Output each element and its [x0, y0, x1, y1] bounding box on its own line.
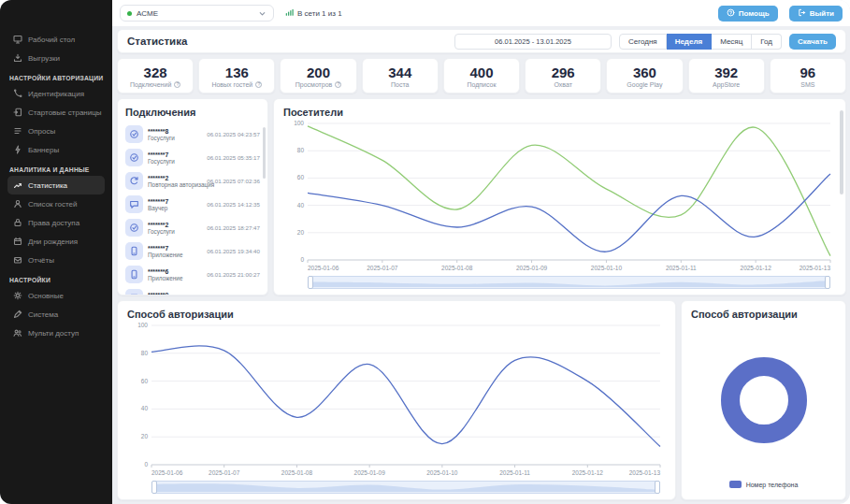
sidebar-item-icon	[13, 328, 22, 338]
sidebar-item-label: НАСТРОЙКИ АВТОРИЗАЦИИ	[9, 75, 103, 81]
stat-label: Подключений	[130, 81, 171, 88]
sidebar-item-label: НАСТРОЙКИ	[9, 277, 50, 283]
period-button[interactable]: Сегодня	[619, 34, 667, 50]
period-button[interactable]: Год	[752, 34, 782, 50]
sidebar-item-icon	[13, 255, 22, 265]
stat-cards-row: 328 Подключений? 136 Новых гостей? 200 П…	[117, 58, 846, 94]
sidebar-item[interactable]: Мульти доступ	[7, 324, 105, 342]
connection-method-icon	[125, 289, 143, 295]
help-button[interactable]: Помощь	[718, 6, 778, 22]
connection-row[interactable]: *******7 Приложение 06.01.2025 19:34:40	[125, 239, 260, 263]
sidebar-item[interactable]: Выгрузки	[7, 49, 105, 67]
stat-card: 400 Подписок	[443, 58, 520, 94]
connection-row[interactable]: *******2 Повторная авторизация 06.01.202…	[125, 169, 260, 193]
sidebar-item-icon	[13, 218, 22, 227]
svg-text:2025-01-11: 2025-01-11	[666, 265, 697, 271]
sidebar-item[interactable]: Идентификация	[7, 84, 105, 103]
sidebar-item-icon	[13, 291, 22, 300]
connection-masked-id: *******9	[148, 292, 202, 296]
sidebar-item[interactable]: Система	[7, 305, 105, 324]
download-button[interactable]: Скачать	[789, 34, 836, 50]
auth-method-donut-title: Способ авторизации	[691, 309, 798, 320]
connection-timestamp: 06.01.2025 21:00:27	[207, 271, 260, 278]
connection-masked-id: *******8	[148, 128, 202, 135]
connection-timestamp: 06.01.2025 21:39:58	[207, 295, 260, 295]
auth-method-range-slider[interactable]	[151, 481, 660, 494]
connection-method-icon	[125, 125, 143, 143]
svg-text:2025-01-07: 2025-01-07	[209, 469, 240, 476]
legend-swatch	[729, 481, 742, 488]
sidebar-item[interactable]: Стартовые страницы	[7, 103, 105, 122]
connection-row[interactable]: *******9 Баннер 06.01.2025 21:39:58	[125, 286, 260, 295]
sidebar-item[interactable]: НАСТРОЙКИ	[7, 269, 105, 286]
sidebar-item[interactable]: Дни рождения	[7, 232, 105, 251]
sidebar-item-label: Стартовые страницы	[28, 108, 102, 117]
connection-row[interactable]: *******7 Госуслуги 06.01.2025 05:35:17	[125, 146, 260, 169]
sidebar-item[interactable]: Права доступа	[7, 213, 105, 232]
sidebar-item-icon	[13, 199, 22, 209]
online-dot-icon	[127, 11, 132, 16]
sidebar-item-label: Отчёты	[28, 256, 54, 265]
stat-card: 200 Просмотров?	[280, 58, 356, 94]
sidebar-item-icon	[13, 145, 22, 154]
app-window: Рабочий стол Выгрузки НАСТРОЙКИ АВТОРИЗА…	[0, 0, 850, 504]
network-select[interactable]: ACME	[120, 5, 274, 22]
logout-button[interactable]: Выйти	[789, 6, 843, 22]
sidebar-item[interactable]: НАСТРОЙКИ АВТОРИЗАЦИИ	[7, 67, 105, 84]
sidebar-item-label: Основные	[28, 292, 64, 300]
online-status: В сети 1 из 1	[285, 8, 342, 19]
sidebar-item-label: Дни рождения	[28, 238, 78, 246]
connections-list: *******8 Госуслуги 06.01.2025 04:23:57 *…	[125, 122, 260, 295]
help-circle-icon[interactable]: ?	[255, 81, 262, 88]
date-range-input[interactable]	[454, 34, 612, 50]
period-group: СегодняНеделяМесяцГод	[619, 34, 782, 50]
donut-legend[interactable]: Номер телефона	[729, 481, 799, 492]
stat-label: Просмотров	[295, 81, 333, 88]
svg-text:60: 60	[141, 378, 149, 384]
sidebar-item-icon	[13, 310, 22, 319]
sidebar-item-icon	[13, 180, 22, 190]
sidebar-item[interactable]: Основные	[7, 286, 105, 305]
sidebar-item[interactable]: Рабочий стол	[7, 30, 105, 49]
help-circle-icon[interactable]: ?	[174, 81, 180, 88]
sidebar-item[interactable]: АНАЛИТИКА И ДАННЫЕ	[7, 159, 105, 176]
help-circle-icon[interactable]: ?	[335, 81, 341, 88]
connection-method: Госуслуги	[148, 228, 202, 235]
connection-masked-id: *******6	[148, 268, 202, 275]
connection-row[interactable]: *******8 Госуслуги 06.01.2025 04:23:57	[125, 122, 260, 146]
visitors-line-chart: 0204060801002025-01-062025-01-072025-01-…	[283, 118, 836, 274]
svg-text:2025-01-10: 2025-01-10	[591, 265, 623, 271]
connection-row[interactable]: *******7 Ваучер 06.01.2025 14:12:35	[125, 193, 260, 216]
stats-header: Статистика СегодняНеделяМесяцГод Скачать	[117, 29, 846, 53]
stat-label: Подписок	[467, 81, 496, 88]
svg-text:60: 60	[297, 174, 305, 180]
svg-text:2025-01-12: 2025-01-12	[572, 469, 604, 476]
connection-timestamp: 06.01.2025 07:02:36	[207, 178, 260, 184]
connection-timestamp: 06.01.2025 18:27:47	[207, 224, 260, 231]
connection-row[interactable]: *******6 Приложение 06.01.2025 21:00:27	[125, 263, 260, 286]
svg-text:2025-01-10: 2025-01-10	[426, 469, 458, 476]
sidebar-item-icon	[13, 35, 22, 44]
visitors-range-slider[interactable]	[308, 276, 830, 289]
scrollbar[interactable]	[263, 127, 266, 179]
chevron-down-icon	[258, 9, 267, 18]
connections-title: Подключения	[125, 107, 260, 118]
stat-label: AppStore	[713, 81, 740, 88]
auth-method-line-chart: 0204060801002025-01-062025-01-072025-01-…	[127, 320, 666, 479]
connections-panel: Подключения *******8 Госуслуги 06.01.202…	[117, 98, 268, 295]
svg-text:2025-01-08: 2025-01-08	[441, 265, 473, 271]
stat-card: 328 Подключений?	[117, 58, 194, 94]
sidebar-item[interactable]: Отчёты	[7, 251, 105, 269]
svg-text:80: 80	[141, 350, 149, 356]
sidebar-item[interactable]: Баннеры	[7, 140, 105, 159]
scrollbar[interactable]	[840, 110, 843, 194]
connection-method-icon	[125, 219, 143, 237]
sidebar-item[interactable]: Статистика	[7, 176, 105, 194]
period-button[interactable]: Неделя	[667, 34, 713, 50]
connection-row[interactable]: *******2 Госуслуги 06.01.2025 18:27:47	[125, 216, 260, 239]
visitors-chart-title: Посетители	[283, 107, 836, 118]
sidebar-item[interactable]: Опросы	[7, 122, 105, 140]
connection-method: Повторная авторизация	[148, 181, 202, 188]
sidebar-item[interactable]: Список гостей	[7, 194, 105, 213]
period-button[interactable]: Месяц	[712, 34, 752, 50]
